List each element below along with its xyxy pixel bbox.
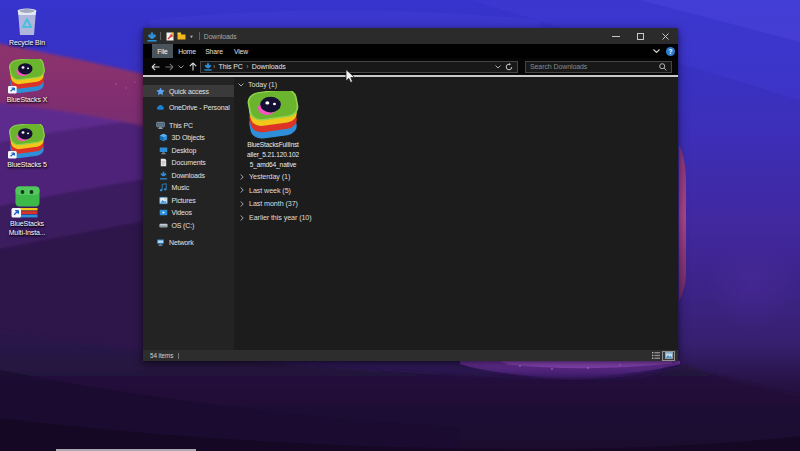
- desktop-icon-recycle-bin[interactable]: Recycle Bin: [0, 3, 54, 47]
- file-list: Today (1) BlueStacksFullInst: [234, 77, 678, 350]
- refresh-icon[interactable]: [505, 63, 513, 71]
- view-toggle-group: [649, 351, 675, 361]
- sidebar-item-videos[interactable]: Videos: [143, 207, 234, 219]
- sidebar-item-pictures[interactable]: Pictures: [143, 194, 234, 206]
- explorer-window: ▼ Downloads File Home Share View: [143, 28, 678, 361]
- navigation-pane: Quick access OneDrive - Personal This PC…: [143, 77, 234, 350]
- sidebar-item-downloads[interactable]: Downloads: [143, 169, 234, 181]
- help-icon[interactable]: ?: [666, 47, 675, 56]
- recycle-bin-icon: [9, 3, 45, 38]
- expand-group-icon[interactable]: [240, 187, 244, 193]
- qat-properties-button[interactable]: [166, 32, 174, 41]
- sidebar-item-label: 3D Objects: [172, 134, 205, 141]
- back-icon: [151, 63, 160, 71]
- desktop-screen: Recycle Bin BlueStacks X: [0, 0, 800, 451]
- group-header-earlier-this-year[interactable]: Earlier this year (10): [240, 212, 312, 223]
- sidebar-item-os-c[interactable]: OS (C:): [143, 219, 234, 231]
- sidebar-item-documents[interactable]: Documents: [143, 157, 234, 169]
- bluestacks-installer-icon: [246, 91, 300, 139]
- search-input[interactable]: Search Downloads: [525, 61, 672, 73]
- group-label: Last month (37): [249, 199, 298, 208]
- breadcrumb-chevron-icon[interactable]: ›: [213, 63, 215, 70]
- desktop-icon-label: Recycle Bin: [0, 38, 54, 47]
- sidebar-item-onedrive[interactable]: OneDrive - Personal: [143, 101, 234, 113]
- qat-dropdown-icon[interactable]: ▼: [189, 34, 194, 39]
- expand-group-icon[interactable]: [240, 215, 244, 221]
- details-view-icon: [652, 352, 660, 359]
- expand-group-icon[interactable]: [240, 201, 244, 207]
- desktop-icon-bluestacks-5[interactable]: BlueStacks 5: [0, 124, 54, 169]
- collapse-group-icon[interactable]: [238, 83, 244, 87]
- svg-text:?: ?: [669, 47, 673, 54]
- desktop-icon-label: BlueStacks: [0, 219, 54, 228]
- sidebar-item-label: Videos: [172, 209, 192, 216]
- breadcrumb-chevron-icon[interactable]: ›: [246, 63, 248, 70]
- sidebar-item-label: Quick access: [169, 88, 209, 95]
- ribbon-right-controls: ?: [653, 44, 675, 58]
- desktop-icon-bluestacks-multi-instance[interactable]: BlueStacks Multi-Insta...: [0, 185, 54, 237]
- new-folder-icon: [177, 32, 186, 40]
- computer-icon: [156, 121, 165, 130]
- downloads-app-icon: [147, 31, 157, 42]
- file-item-bluestacks-installer[interactable]: BlueStacksFullInst aller_5.21.120.102 5_…: [238, 91, 308, 170]
- group-header-yesterday[interactable]: Yesterday (1): [240, 171, 290, 182]
- download-icon: [159, 171, 168, 180]
- desktop-icon-label: BlueStacks 5: [0, 160, 54, 169]
- search-icon[interactable]: [659, 63, 667, 71]
- breadcrumb-this-pc[interactable]: This PC: [219, 63, 243, 70]
- sidebar-item-quick-access[interactable]: Quick access: [143, 85, 234, 97]
- titlebar-separator: [160, 32, 161, 40]
- music-icon: [159, 183, 168, 192]
- tab-share[interactable]: Share: [200, 44, 228, 58]
- sidebar-item-label: Documents: [172, 159, 206, 166]
- bluestacks-logo-icon: [8, 124, 46, 160]
- sidebar-item-this-pc[interactable]: This PC: [143, 119, 234, 131]
- bluestacks-logo-icon: [8, 59, 46, 95]
- group-header-last-week[interactable]: Last week (5): [240, 185, 291, 196]
- properties-icon: [166, 32, 174, 41]
- address-actions: [495, 62, 516, 72]
- sidebar-item-3d-objects[interactable]: 3D Objects: [143, 132, 234, 144]
- thumbnail-view-icon: [665, 352, 673, 359]
- navigation-bar: › This PC › Downloads Search Downloads: [143, 58, 678, 75]
- group-header-last-month[interactable]: Last month (37): [240, 198, 298, 209]
- sidebar-item-music[interactable]: Music: [143, 182, 234, 194]
- minimize-button[interactable]: [603, 28, 628, 44]
- up-button[interactable]: [186, 60, 200, 74]
- maximize-button[interactable]: [628, 28, 653, 44]
- search-placeholder: Search Downloads: [530, 63, 659, 70]
- tab-view[interactable]: View: [227, 44, 255, 58]
- recent-locations-button[interactable]: [176, 60, 186, 74]
- sidebar-item-label: OneDrive - Personal: [169, 104, 230, 111]
- downloads-folder-icon: [204, 62, 212, 71]
- group-header-today[interactable]: Today (1): [238, 79, 277, 90]
- forward-button[interactable]: [162, 60, 176, 74]
- expand-group-icon[interactable]: [240, 174, 244, 180]
- minimize-icon: [612, 32, 620, 40]
- items-count: 54 items: [150, 352, 173, 359]
- desktop-icon-bluestacks-x[interactable]: BlueStacks X: [0, 59, 54, 104]
- details-view-button[interactable]: [649, 351, 662, 361]
- chevron-down-icon: [178, 65, 184, 69]
- close-button[interactable]: [653, 28, 678, 44]
- desktop-icon-label: BlueStacks X: [0, 95, 54, 104]
- file-name-line: BlueStacksFullInst: [238, 140, 308, 150]
- sidebar-item-label: Music: [172, 184, 190, 191]
- drive-icon: [159, 221, 168, 230]
- back-button[interactable]: [148, 60, 162, 74]
- titlebar[interactable]: ▼ Downloads: [143, 28, 678, 44]
- thumbnail-view-button[interactable]: [662, 351, 675, 361]
- ribbon-expand-icon[interactable]: [653, 49, 660, 54]
- sidebar-item-desktop[interactable]: Desktop: [143, 144, 234, 156]
- tab-file[interactable]: File: [152, 44, 173, 58]
- address-dropdown-icon[interactable]: [495, 65, 501, 69]
- breadcrumb-downloads[interactable]: Downloads: [252, 63, 286, 70]
- star-icon: [156, 87, 165, 96]
- desktop-icon-label: Multi-Insta...: [0, 228, 54, 237]
- window-controls: [603, 28, 678, 44]
- sidebar-item-network[interactable]: Network: [143, 236, 234, 248]
- tab-home[interactable]: Home: [173, 44, 201, 58]
- status-separator: [178, 353, 179, 359]
- qat-new-folder-button[interactable]: [177, 32, 186, 40]
- address-bar[interactable]: › This PC › Downloads: [200, 61, 518, 73]
